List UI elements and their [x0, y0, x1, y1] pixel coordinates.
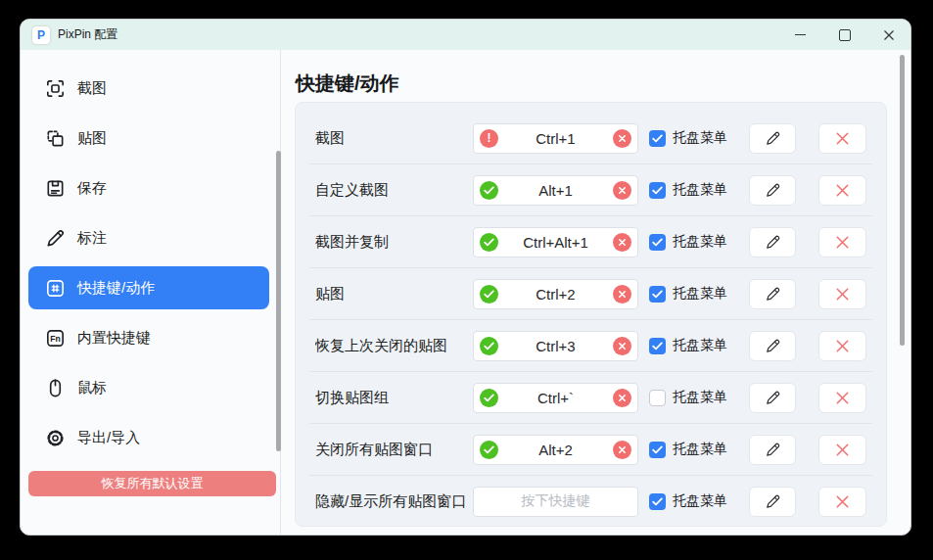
tray-menu-label: 托盘菜单 [673, 389, 727, 406]
sidebar-item[interactable]: 贴图 [28, 117, 269, 160]
hotkey-input[interactable]: 按下快捷键 [473, 487, 638, 517]
hotkey-input[interactable]: !Ctrl+1 [473, 123, 638, 154]
tray-menu-option: 托盘菜单 [649, 285, 727, 303]
sidebar-item[interactable]: 标注 [28, 216, 269, 259]
sidebar-item[interactable]: 鼠标 [28, 366, 269, 409]
sidebar-item[interactable]: 截图 [28, 67, 269, 110]
pencil-icon [765, 130, 781, 147]
sidebar-item-label: 导出/导入 [77, 429, 140, 447]
delete-x-icon [833, 233, 852, 252]
clear-hotkey-icon[interactable] [613, 285, 631, 303]
hotkey-value: Ctrl+3 [498, 338, 613, 354]
edit-action-button[interactable] [749, 331, 796, 361]
sidebar-item[interactable]: 保存 [28, 166, 269, 210]
edit-action-button[interactable] [749, 175, 796, 206]
delete-x-icon [833, 389, 852, 407]
close-button[interactable] [866, 20, 910, 50]
close-icon [883, 29, 895, 41]
edit-action-button[interactable] [749, 279, 796, 309]
delete-action-button[interactable] [818, 123, 866, 154]
pencil-icon [765, 234, 781, 251]
edit-action-button[interactable] [749, 227, 796, 257]
delete-action-button[interactable] [818, 227, 866, 257]
tray-menu-option: 托盘菜单 [649, 181, 727, 199]
hotkey-input[interactable]: Alt+2 [473, 435, 638, 465]
sidebar-item[interactable]: 导出/导入 [28, 416, 269, 459]
logo-letter: P [37, 29, 45, 41]
clear-hotkey-icon[interactable] [613, 129, 631, 148]
maximize-icon [839, 29, 851, 41]
clear-hotkey-icon[interactable] [613, 389, 631, 407]
hotkey-input[interactable]: Ctrl+` [473, 383, 638, 413]
tray-menu-checkbox[interactable] [649, 442, 666, 458]
sidebar-item-label: 标注 [77, 229, 107, 248]
hotkey-action-label: 关闭所有贴图窗口 [315, 441, 473, 459]
delete-action-button[interactable] [818, 331, 866, 361]
edit-action-button[interactable] [749, 383, 796, 413]
delete-action-button[interactable] [818, 175, 866, 206]
hotkey-value: Ctrl+Alt+1 [498, 234, 613, 251]
hotkey-input[interactable]: Alt+1 [473, 175, 638, 206]
builtin-hotkey-icon: Fn [44, 327, 67, 350]
tray-menu-option: 托盘菜单 [649, 337, 727, 354]
tray-menu-option: 托盘菜单 [649, 233, 727, 251]
hotkey-row: 截图并复制Ctrl+Alt+1托盘菜单 [309, 216, 872, 268]
save-icon [44, 177, 67, 200]
maximize-button[interactable] [822, 20, 866, 50]
clear-hotkey-icon[interactable] [613, 337, 631, 355]
clear-hotkey-icon[interactable] [613, 233, 631, 252]
sidebar-scrollbar[interactable] [276, 151, 281, 451]
edit-action-button[interactable] [749, 487, 796, 517]
delete-action-button[interactable] [818, 435, 866, 465]
hotkey-input[interactable]: Ctrl+Alt+1 [473, 227, 638, 257]
hotkey-valid-icon [480, 337, 498, 355]
tray-menu-checkbox[interactable] [649, 493, 666, 510]
mouse-icon [44, 377, 67, 399]
hotkey-valid-icon [480, 441, 498, 459]
pencil-icon [765, 338, 781, 354]
clear-hotkey-icon[interactable] [613, 181, 631, 200]
clear-hotkey-icon[interactable] [613, 441, 631, 459]
hotkey-row: 隐藏/显示所有贴图窗口按下快捷键托盘菜单 [309, 476, 872, 527]
delete-action-button[interactable] [818, 487, 866, 517]
tray-menu-checkbox[interactable] [649, 286, 666, 303]
hotkey-input[interactable]: Ctrl+2 [473, 279, 638, 309]
hotkey-row: 贴图Ctrl+2托盘菜单 [309, 268, 872, 320]
tray-menu-label: 托盘菜单 [673, 129, 727, 147]
page-title: 快捷键/动作 [296, 70, 399, 97]
delete-action-button[interactable] [818, 279, 866, 309]
tray-menu-checkbox[interactable] [649, 234, 666, 251]
delete-x-icon [833, 285, 852, 303]
hotkey-row: 关闭所有贴图窗口Alt+2托盘菜单 [309, 424, 872, 476]
delete-x-icon [833, 441, 852, 459]
hotkey-value: Alt+1 [498, 182, 613, 199]
sidebar-item[interactable]: 快捷键/动作 [28, 266, 269, 309]
tray-menu-option: 托盘菜单 [649, 492, 727, 510]
title-bar: P PixPin 配置 [21, 20, 910, 50]
hotkey-value: Ctrl+` [498, 390, 613, 406]
pin-image-icon [44, 127, 67, 150]
hotkey-action-label: 恢复上次关闭的贴图 [315, 337, 473, 355]
tray-menu-checkbox[interactable] [649, 338, 666, 354]
hotkey-value: Ctrl+1 [498, 130, 613, 147]
tray-menu-checkbox[interactable] [649, 390, 666, 406]
hotkey-row: 截图!Ctrl+1托盘菜单 [309, 113, 872, 164]
main-scrollbar[interactable] [900, 55, 905, 346]
minimize-button[interactable] [778, 20, 822, 50]
pencil-icon [765, 182, 781, 199]
sidebar-item[interactable]: Fn内置快捷键 [28, 316, 269, 359]
hotkey-valid-icon [480, 181, 498, 200]
tray-menu-checkbox[interactable] [649, 130, 666, 147]
hotkey-row: 恢复上次关闭的贴图Ctrl+3托盘菜单 [309, 320, 872, 372]
screenshot-icon [44, 77, 67, 100]
hotkey-row: 切换贴图组Ctrl+`托盘菜单 [309, 372, 872, 424]
edit-action-button[interactable] [749, 435, 796, 465]
hotkey-input[interactable]: Ctrl+3 [473, 331, 638, 361]
restore-defaults-button[interactable]: 恢复所有默认设置 [28, 471, 276, 496]
edit-action-button[interactable] [749, 123, 796, 154]
tray-menu-label: 托盘菜单 [673, 233, 727, 251]
delete-x-icon [833, 492, 852, 511]
tray-menu-checkbox[interactable] [649, 182, 666, 199]
hotkey-conflict-icon: ! [480, 129, 498, 148]
delete-action-button[interactable] [818, 383, 866, 413]
